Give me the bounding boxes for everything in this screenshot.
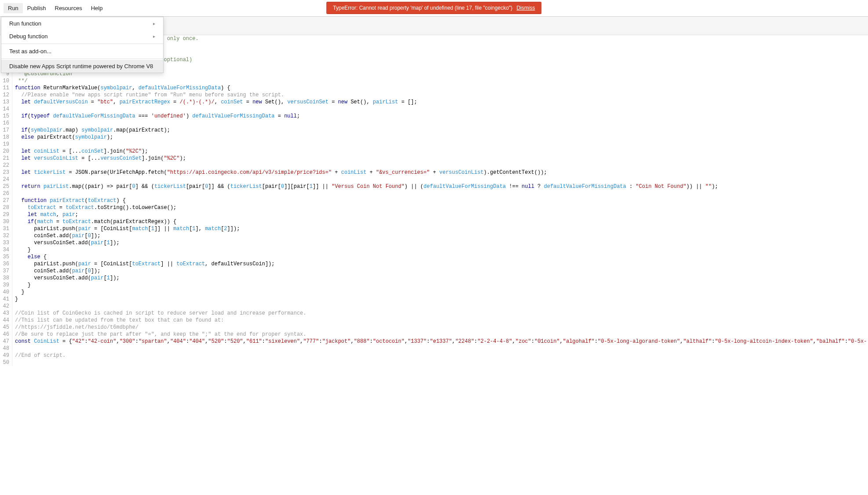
line-number: 24	[3, 176, 9, 183]
code-line[interactable]: let coinList = [...coinSet].join("%2C");	[15, 148, 867, 155]
line-number: 50	[3, 359, 9, 366]
code-line[interactable]	[15, 303, 867, 310]
code-line[interactable]	[15, 106, 867, 113]
code-line[interactable]: function pairExtract(toExtract) {	[15, 197, 867, 204]
line-number: 22	[3, 162, 9, 169]
code-line[interactable]: }	[15, 289, 867, 296]
code-line[interactable]: versusCoinSet.add(pair[1]);	[15, 275, 867, 282]
code-line[interactable]	[15, 162, 867, 169]
code-line[interactable]: let defaultVersusCoin = "btc", pairExtra…	[15, 99, 867, 106]
menu-item-label: Run function	[9, 20, 41, 27]
line-number: 34	[3, 246, 9, 253]
code-line[interactable]: let versusCoinList = [...versusCoinSet].…	[15, 155, 867, 162]
code-line[interactable]: if(symbolpair.map) symbolpair.map(pairEx…	[15, 127, 867, 134]
code-line[interactable]: }	[15, 246, 867, 253]
code-editor[interactable]: 4567891011121314151617181920212223242526…	[0, 35, 868, 366]
line-number: 35	[3, 253, 9, 260]
submenu-arrow-icon: ▸	[153, 34, 155, 39]
line-number: 32	[3, 232, 9, 239]
line-number: 27	[3, 197, 9, 204]
line-number: 43	[3, 310, 9, 317]
menu-item-label: Disable new Apps Script runtime powered …	[9, 63, 153, 70]
error-banner: TypeError: Cannot read property 'map' of…	[326, 2, 541, 14]
menu-run[interactable]: Run	[4, 3, 23, 13]
menu-item-label: Test as add-on...	[9, 48, 51, 55]
line-number: 18	[3, 134, 9, 141]
code-line[interactable]: coinSet.add(pair[0]);	[15, 232, 867, 239]
menu-item-debug-function[interactable]: Debug function▸	[1, 30, 163, 43]
submenu-arrow-icon: ▸	[153, 21, 155, 26]
menu-help[interactable]: Help	[87, 3, 107, 13]
code-line[interactable]: }	[15, 296, 867, 303]
line-number: 33	[3, 239, 9, 246]
line-number: 17	[3, 127, 9, 134]
code-line[interactable]	[15, 359, 867, 366]
line-number: 38	[3, 275, 9, 282]
code-line[interactable]	[15, 345, 867, 352]
menu-publish[interactable]: Publish	[23, 3, 51, 13]
code-line[interactable]	[15, 120, 867, 127]
run-menu-dropdown: Run function▸Debug function▸Test as add-…	[1, 17, 164, 73]
error-message: TypeError: Cannot read property 'map' of…	[333, 5, 512, 11]
line-number: 14	[3, 106, 9, 113]
code-line[interactable]: else pairExtract(symbolpair);	[15, 134, 867, 141]
menu-item-test-as-add-on[interactable]: Test as add-on...	[1, 45, 163, 58]
line-number: 39	[3, 282, 9, 289]
code-line[interactable]: versusCoinSet.add(pair[1]);	[15, 239, 867, 246]
menubar: RunPublishResourcesHelp TypeError: Canno…	[0, 0, 868, 17]
code-line[interactable]: function ReturnMarketValue(symbolpair, d…	[15, 84, 867, 92]
line-number: 31	[3, 225, 9, 232]
code-line[interactable]	[15, 176, 867, 183]
code-line[interactable]: }	[15, 282, 867, 289]
line-number: 25	[3, 183, 9, 190]
line-number: 21	[3, 155, 9, 162]
line-number: 30	[3, 218, 9, 225]
code-line[interactable]	[15, 190, 867, 197]
code-line[interactable]: toExtract = toExtract.toString().toLower…	[15, 204, 867, 211]
line-number: 26	[3, 190, 9, 197]
line-number: 10	[3, 77, 9, 84]
code-line[interactable]: pairList.push(pair = [CoinList[match[1]]…	[15, 225, 867, 232]
code-line[interactable]: //End of script.	[15, 352, 867, 359]
menu-separator	[1, 44, 163, 44]
code-line[interactable]: const CoinList = {"42":"42-coin","300":"…	[15, 338, 867, 345]
code-line[interactable]: **/	[15, 77, 867, 84]
line-number: 36	[3, 260, 9, 268]
menu-item-label: Debug function	[9, 33, 47, 40]
menu-resources[interactable]: Resources	[51, 3, 87, 13]
line-number: 48	[3, 345, 9, 352]
code-line[interactable]: pairList.push(pair = [CoinList[toExtract…	[15, 260, 867, 268]
menu-item-run-function[interactable]: Run function▸	[1, 17, 163, 30]
line-number: 20	[3, 148, 9, 155]
dismiss-link[interactable]: Dismiss	[517, 5, 535, 11]
line-number: 28	[3, 204, 9, 211]
code-line[interactable]	[15, 141, 867, 148]
line-number: 12	[3, 92, 9, 99]
code-line[interactable]: //Coin list of CoinGecko is cached in sc…	[15, 310, 867, 317]
line-number: 13	[3, 99, 9, 106]
line-number: 23	[3, 169, 9, 176]
code-content[interactable]: it to reduce server lookups, so it fetch…	[12, 35, 867, 366]
code-line[interactable]: return pairList.map((pair) => pair[0] &&…	[15, 183, 867, 190]
code-line[interactable]: if(match = toExtract.match(pairExtractRe…	[15, 218, 867, 225]
code-line[interactable]: //Be sure to replace just the part after…	[15, 331, 867, 338]
line-number-gutter: 4567891011121314151617181920212223242526…	[0, 35, 12, 366]
line-number: 41	[3, 296, 9, 303]
menu-separator	[1, 59, 163, 59]
line-number: 42	[3, 303, 9, 310]
code-line[interactable]: //Please enable "new apps script runtime…	[15, 92, 867, 99]
code-line[interactable]: //https://jsfiddle.net/hesido/t6mdbphe/	[15, 324, 867, 331]
line-number: 40	[3, 289, 9, 296]
line-number: 44	[3, 317, 9, 324]
code-line[interactable]: else {	[15, 253, 867, 260]
code-line[interactable]: let tickerList = JSON.parse(UrlFetchApp.…	[15, 169, 867, 176]
code-line[interactable]: let match, pair;	[15, 211, 867, 218]
line-number: 49	[3, 352, 9, 359]
line-number: 11	[3, 84, 9, 92]
line-number: 29	[3, 211, 9, 218]
code-line[interactable]: if(typeof defaultValueForMissingData ===…	[15, 113, 867, 120]
code-line[interactable]: coinSet.add(pair[0]);	[15, 268, 867, 275]
line-number: 45	[3, 324, 9, 331]
code-line[interactable]: //This list can be updated from the text…	[15, 317, 867, 324]
menu-item-disable-new-apps-script-runtime-powered-by-chrome-v8[interactable]: Disable new Apps Script runtime powered …	[1, 60, 163, 73]
